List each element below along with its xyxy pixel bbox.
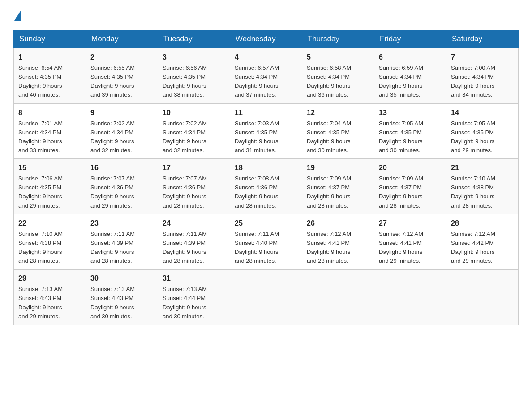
calendar-cell: 12 Sunrise: 7:04 AMSunset: 4:35 PMDaylig… (302, 103, 374, 159)
day-number: 30 (90, 273, 153, 284)
day-info: Sunrise: 7:09 AMSunset: 4:37 PMDaylight:… (379, 175, 423, 209)
day-info: Sunrise: 7:04 AMSunset: 4:35 PMDaylight:… (307, 120, 351, 154)
calendar-cell: 4 Sunrise: 6:57 AMSunset: 4:34 PMDayligh… (230, 48, 302, 104)
calendar-cell: 29 Sunrise: 7:13 AMSunset: 4:43 PMDaylig… (14, 270, 86, 325)
day-info: Sunrise: 7:05 AMSunset: 4:35 PMDaylight:… (379, 120, 423, 154)
day-number: 27 (379, 218, 442, 229)
calendar-cell: 27 Sunrise: 7:12 AMSunset: 4:41 PMDaylig… (374, 214, 446, 270)
day-number: 12 (307, 107, 369, 118)
day-header-saturday: Saturday (446, 30, 519, 48)
calendar-body: 1 Sunrise: 6:54 AMSunset: 4:35 PMDayligh… (14, 48, 519, 325)
calendar-cell (446, 270, 519, 325)
day-info: Sunrise: 7:09 AMSunset: 4:37 PMDaylight:… (307, 175, 351, 209)
calendar-header: SundayMondayTuesdayWednesdayThursdayFrid… (14, 30, 519, 48)
day-info: Sunrise: 7:13 AMSunset: 4:43 PMDaylight:… (18, 286, 63, 319)
calendar-cell: 2 Sunrise: 6:55 AMSunset: 4:35 PMDayligh… (86, 48, 158, 104)
calendar-cell: 23 Sunrise: 7:11 AMSunset: 4:39 PMDaylig… (86, 214, 158, 270)
day-header-sunday: Sunday (14, 30, 86, 48)
day-info: Sunrise: 7:01 AMSunset: 4:34 PMDaylight:… (18, 120, 63, 154)
day-number: 21 (451, 163, 514, 173)
logo-triangle-icon (14, 11, 21, 21)
day-header-friday: Friday (374, 30, 446, 48)
day-number: 16 (90, 163, 153, 173)
day-number: 8 (18, 107, 81, 118)
day-number: 11 (235, 107, 297, 118)
day-number: 31 (163, 273, 225, 284)
calendar-cell: 11 Sunrise: 7:03 AMSunset: 4:35 PMDaylig… (230, 103, 302, 159)
calendar-cell: 10 Sunrise: 7:02 AMSunset: 4:34 PMDaylig… (158, 103, 230, 159)
week-row-3: 15 Sunrise: 7:06 AMSunset: 4:35 PMDaylig… (14, 159, 519, 214)
calendar-cell: 14 Sunrise: 7:05 AMSunset: 4:35 PMDaylig… (446, 103, 519, 159)
calendar-cell: 5 Sunrise: 6:58 AMSunset: 4:34 PMDayligh… (302, 48, 374, 104)
day-info: Sunrise: 7:11 AMSunset: 4:40 PMDaylight:… (235, 231, 279, 264)
calendar-cell: 6 Sunrise: 6:59 AMSunset: 4:34 PMDayligh… (374, 48, 446, 104)
day-number: 15 (18, 163, 81, 173)
day-number: 6 (379, 52, 442, 63)
day-info: Sunrise: 7:12 AMSunset: 4:42 PMDaylight:… (451, 231, 495, 264)
day-number: 18 (235, 163, 297, 173)
day-info: Sunrise: 7:02 AMSunset: 4:34 PMDaylight:… (163, 120, 207, 154)
day-info: Sunrise: 7:11 AMSunset: 4:39 PMDaylight:… (163, 231, 207, 264)
day-header-thursday: Thursday (302, 30, 374, 48)
calendar-cell: 31 Sunrise: 7:13 AMSunset: 4:44 PMDaylig… (158, 270, 230, 325)
day-header-monday: Monday (86, 30, 158, 48)
day-info: Sunrise: 7:12 AMSunset: 4:41 PMDaylight:… (307, 231, 351, 264)
day-info: Sunrise: 6:55 AMSunset: 4:35 PMDaylight:… (90, 64, 135, 98)
calendar-cell: 20 Sunrise: 7:09 AMSunset: 4:37 PMDaylig… (374, 159, 446, 214)
day-number: 25 (235, 218, 297, 229)
calendar-cell: 25 Sunrise: 7:11 AMSunset: 4:40 PMDaylig… (230, 214, 302, 270)
calendar-cell: 18 Sunrise: 7:08 AMSunset: 4:36 PMDaylig… (230, 159, 302, 214)
day-info: Sunrise: 7:10 AMSunset: 4:38 PMDaylight:… (18, 231, 63, 264)
day-number: 5 (307, 52, 369, 63)
calendar-cell: 15 Sunrise: 7:06 AMSunset: 4:35 PMDaylig… (14, 159, 86, 214)
day-info: Sunrise: 7:13 AMSunset: 4:43 PMDaylight:… (90, 286, 135, 319)
days-header-row: SundayMondayTuesdayWednesdayThursdayFrid… (14, 30, 519, 48)
day-header-wednesday: Wednesday (230, 30, 302, 48)
calendar-cell: 21 Sunrise: 7:10 AMSunset: 4:38 PMDaylig… (446, 159, 519, 214)
calendar-cell: 8 Sunrise: 7:01 AMSunset: 4:34 PMDayligh… (14, 103, 86, 159)
day-info: Sunrise: 7:12 AMSunset: 4:41 PMDaylight:… (379, 231, 423, 264)
day-number: 7 (451, 52, 514, 63)
day-number: 13 (379, 107, 442, 118)
day-number: 17 (163, 163, 225, 173)
calendar-cell (302, 270, 374, 325)
week-row-1: 1 Sunrise: 6:54 AMSunset: 4:35 PMDayligh… (14, 48, 519, 104)
day-number: 24 (163, 218, 225, 229)
calendar-cell (230, 270, 302, 325)
day-info: Sunrise: 6:56 AMSunset: 4:35 PMDaylight:… (163, 64, 207, 98)
day-info: Sunrise: 7:02 AMSunset: 4:34 PMDaylight:… (90, 120, 135, 154)
calendar-cell: 1 Sunrise: 6:54 AMSunset: 4:35 PMDayligh… (14, 48, 86, 104)
calendar-cell: 7 Sunrise: 7:00 AMSunset: 4:34 PMDayligh… (446, 48, 519, 104)
page-header (13, 9, 519, 21)
day-info: Sunrise: 7:00 AMSunset: 4:34 PMDaylight:… (451, 64, 495, 98)
calendar-cell: 16 Sunrise: 7:07 AMSunset: 4:36 PMDaylig… (86, 159, 158, 214)
calendar-cell: 9 Sunrise: 7:02 AMSunset: 4:34 PMDayligh… (86, 103, 158, 159)
day-info: Sunrise: 6:54 AMSunset: 4:35 PMDaylight:… (18, 64, 63, 98)
day-number: 23 (90, 218, 153, 229)
day-info: Sunrise: 6:59 AMSunset: 4:34 PMDaylight:… (379, 64, 423, 98)
day-number: 29 (18, 273, 81, 284)
day-info: Sunrise: 7:07 AMSunset: 4:36 PMDaylight:… (163, 175, 207, 209)
week-row-5: 29 Sunrise: 7:13 AMSunset: 4:43 PMDaylig… (14, 270, 519, 325)
day-number: 22 (18, 218, 81, 229)
day-info: Sunrise: 7:07 AMSunset: 4:36 PMDaylight:… (90, 175, 135, 209)
day-number: 14 (451, 107, 514, 118)
day-info: Sunrise: 7:08 AMSunset: 4:36 PMDaylight:… (235, 175, 279, 209)
day-number: 26 (307, 218, 369, 229)
calendar-cell: 17 Sunrise: 7:07 AMSunset: 4:36 PMDaylig… (158, 159, 230, 214)
day-info: Sunrise: 6:58 AMSunset: 4:34 PMDaylight:… (307, 64, 351, 98)
day-info: Sunrise: 7:06 AMSunset: 4:35 PMDaylight:… (18, 175, 63, 209)
day-info: Sunrise: 7:10 AMSunset: 4:38 PMDaylight:… (451, 175, 495, 209)
logo (13, 9, 21, 21)
calendar-cell: 26 Sunrise: 7:12 AMSunset: 4:41 PMDaylig… (302, 214, 374, 270)
calendar-cell: 19 Sunrise: 7:09 AMSunset: 4:37 PMDaylig… (302, 159, 374, 214)
calendar-cell: 3 Sunrise: 6:56 AMSunset: 4:35 PMDayligh… (158, 48, 230, 104)
day-number: 2 (90, 52, 153, 63)
day-info: Sunrise: 7:11 AMSunset: 4:39 PMDaylight:… (90, 231, 135, 264)
calendar-cell: 30 Sunrise: 7:13 AMSunset: 4:43 PMDaylig… (86, 270, 158, 325)
day-number: 19 (307, 163, 369, 173)
day-number: 3 (163, 52, 225, 63)
day-number: 4 (235, 52, 297, 63)
day-number: 10 (163, 107, 225, 118)
day-header-tuesday: Tuesday (158, 30, 230, 48)
